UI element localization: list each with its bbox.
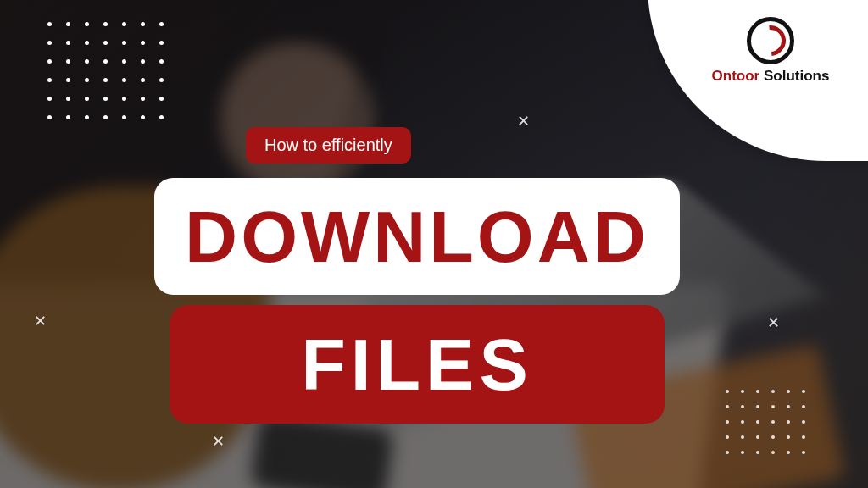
x-mark-icon: ✕ [34,312,47,330]
x-mark-icon: ✕ [212,432,225,451]
dot-grid-bottom-right [726,390,817,466]
dot-grid-top-left [47,22,178,134]
slide-canvas: ✕ ✕ ✕ ✕ Ontoor Solutions How to efficien… [0,0,868,488]
brand-name-a: Ontoor [712,68,760,84]
x-mark-icon: ✕ [517,112,530,130]
kicker-text: How to efficiently [264,136,392,154]
brand-name-b: Solutions [760,68,829,84]
title-main-text: DOWNLOAD [185,200,649,273]
title-sub-text: FILES [301,328,533,401]
brand-logo: Ontoor Solutions [698,17,843,85]
title-main-block: DOWNLOAD [154,178,680,295]
kicker-pill: How to efficiently [246,127,411,164]
swirl-icon [747,17,794,64]
brand-name: Ontoor Solutions [698,68,843,85]
x-mark-icon: ✕ [767,313,780,332]
title-sub-block: FILES [170,305,665,424]
